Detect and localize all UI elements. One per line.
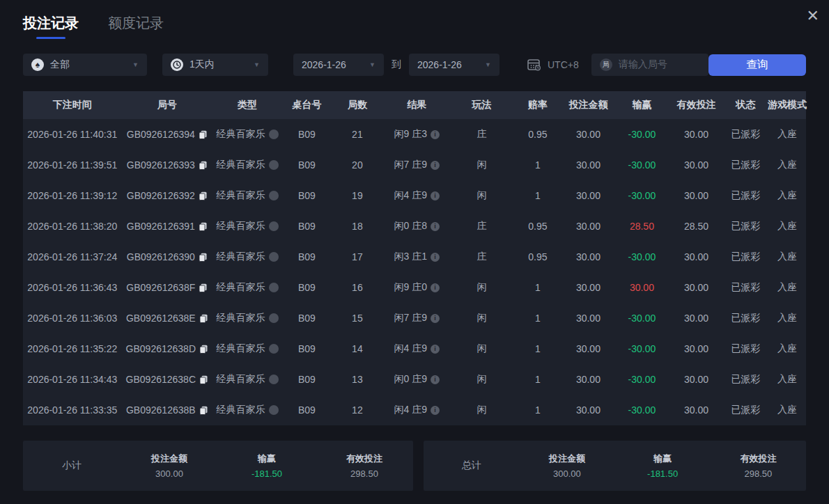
cell-time-text: 2026-01-26 11:40:31 [27,129,117,140]
cell-game_type: 经典百家乐 [212,312,282,324]
cell-result: 闲4 庄9i [383,342,451,355]
cell-time: 2026-01-26 11:35:22 [23,343,122,354]
cell-bet_amount: 30.00 [562,374,614,385]
cell-win_loss: -30.00 [614,129,670,140]
cell-table_no-text: B09 [298,190,316,201]
copy-icon[interactable] [199,161,208,170]
copy-icon[interactable] [199,253,208,262]
cell-win_loss: -30.00 [614,159,670,171]
column-header-time: 下注时间 [23,99,122,111]
summary-bar: 小计 投注金额 300.00 输赢 -181.50 有效投注 298.50 总计… [23,441,806,491]
copy-icon[interactable] [199,345,208,354]
cell-time-text: 2026-01-26 11:39:51 [27,159,117,171]
cell-play: 闲 [451,159,513,171]
cell-time-text: 2026-01-26 11:37:24 [27,251,117,262]
copy-icon[interactable] [199,222,208,231]
subtotal-label: 小计 [23,459,121,472]
cell-time-text: 2026-01-26 11:36:03 [27,313,117,324]
cell-valid_bet-text: 30.00 [684,404,708,416]
column-header-status: 状态 [723,99,768,111]
cell-win_loss-text: -30.00 [628,190,656,201]
column-header-odds: 赔率 [513,99,563,111]
copy-icon[interactable] [199,130,208,139]
cell-table_no-text: B09 [298,129,316,140]
cell-table_no-text: B09 [298,221,316,232]
close-icon[interactable]: ✕ [807,8,819,24]
subtotal-bet-amount: 300.00 [121,468,218,479]
cell-bet_amount-text: 30.00 [576,190,601,201]
info-icon[interactable]: i [431,375,440,384]
cell-table_no: B09 [282,374,332,385]
cell-time: 2026-01-26 11:38:20 [23,221,122,232]
tab-1[interactable]: 额度记录 [108,14,164,39]
date-from-picker[interactable]: 2026-1-26 ▼ [293,54,384,76]
cell-round_id-text: GB0926126393 [127,159,195,171]
copy-icon[interactable] [199,314,208,323]
cell-round_id: GB0926126391 [122,221,212,232]
info-icon[interactable]: i [431,222,440,231]
cell-table_no-text: B09 [298,343,316,354]
cell-round_no: 20 [332,159,383,171]
subtotal-win-loss-label: 输赢 [218,452,316,465]
copy-icon[interactable] [199,375,208,384]
records-table: 下注时间局号类型桌台号局数结果玩法赔率投注金额输赢有效投注状态游戏模式 2026… [23,91,806,425]
cell-time: 2026-01-26 11:39:12 [23,190,122,201]
cell-time-text: 2026-01-26 11:34:43 [27,374,117,385]
cell-mode-text: 入座 [777,189,797,202]
info-icon[interactable]: i [431,345,440,354]
time-range-dropdown[interactable]: 1天内 ▼ [162,54,268,76]
info-icon[interactable]: i [431,191,440,200]
cell-bet_amount: 30.00 [562,159,614,171]
cell-round_no-text: 14 [352,343,363,354]
cell-result: 闲0 庄8i [383,220,451,233]
cell-win_loss: -30.00 [614,190,670,201]
replay-icon [269,252,279,262]
copy-icon[interactable] [199,283,208,292]
round-input-placeholder: 请输入局号 [619,58,667,71]
cell-round_no-text: 17 [352,251,363,262]
cell-round_id-text: GB0926126391 [127,221,195,232]
copy-icon[interactable] [199,406,208,415]
chevron-down-icon: ▼ [132,61,139,68]
copy-icon[interactable] [199,191,208,200]
cell-table_no: B09 [282,221,332,232]
info-icon[interactable]: i [431,406,440,415]
cell-status: 已派彩 [723,404,768,416]
cell-time: 2026-01-26 11:34:43 [23,374,122,385]
calendar-clock-icon [527,58,541,71]
cell-game_type: 经典百家乐 [212,251,282,263]
cell-result-text: 闲9 庄0 [394,281,427,294]
search-button[interactable]: 查询 [708,54,806,76]
info-icon[interactable]: i [431,253,440,262]
cell-play-text: 闲 [477,342,487,355]
replay-icon [269,221,279,231]
tab-0[interactable]: 投注记录 [23,14,79,39]
cell-mode-text: 入座 [777,251,797,263]
game-type-dropdown[interactable]: ♠ 全部 ▼ [23,54,147,76]
cell-round_id-text: GB0926126390 [127,251,195,262]
cell-round_id: GB092612638D [122,343,212,354]
cell-result-text: 闲4 庄9 [394,404,427,416]
info-icon[interactable]: i [431,283,440,292]
total-bet-amount: 300.00 [519,468,614,479]
date-to-picker[interactable]: 2026-1-26 ▼ [409,54,499,76]
round-number-input[interactable]: 局 请输入局号 [591,54,708,76]
info-icon[interactable]: i [431,314,440,323]
cell-bet_amount: 30.00 [562,343,614,354]
replay-icon [269,160,279,170]
table-row: 2026-01-26 11:39:12GB0926126392经典百家乐B091… [23,180,806,211]
cell-game_type: 经典百家乐 [212,220,282,233]
cell-win_loss-text: -30.00 [628,251,656,262]
cell-mode: 入座 [768,404,806,416]
cell-table_no: B09 [282,404,332,416]
info-icon[interactable]: i [431,161,440,170]
cell-mode-text: 入座 [777,342,797,355]
cell-win_loss: 30.00 [614,282,670,293]
cell-round_no-text: 12 [352,404,363,416]
info-icon[interactable]: i [431,130,440,139]
timezone-indicator: UTC+8 [527,58,579,71]
cell-odds: 1 [513,159,563,171]
cell-status-text: 已派彩 [731,220,760,233]
cell-time: 2026-01-26 11:36:43 [23,282,122,293]
cell-time-text: 2026-01-26 11:39:12 [27,190,117,201]
